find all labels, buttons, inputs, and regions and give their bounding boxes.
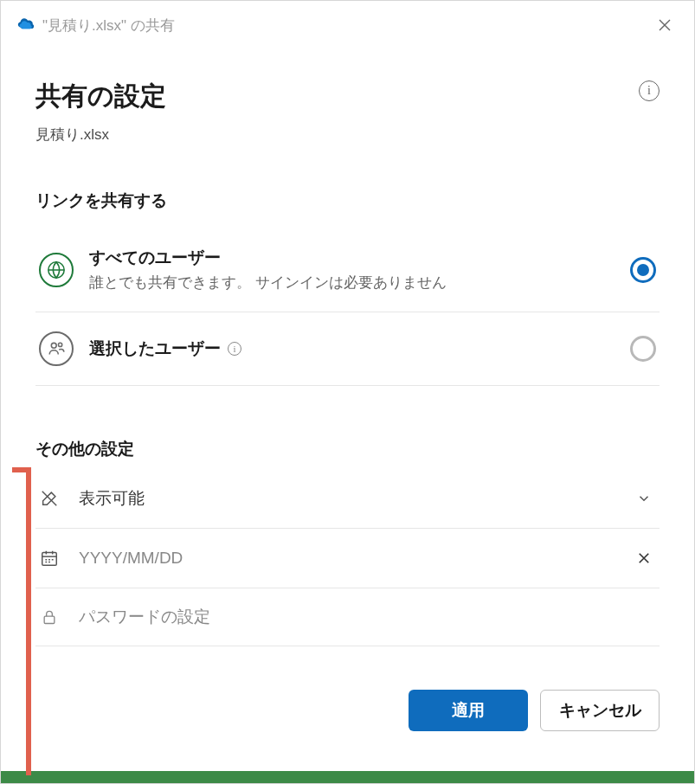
titlebar-text: "見積り.xlsx" の共有 [42,16,175,35]
option-selected-users-text: 選択したユーザー i [89,337,615,360]
option-everyone-desc: 誰とでも共有できます。 サインインは必要ありません [89,273,615,292]
calendar-icon [39,549,60,568]
option-selected-users[interactable]: 選択したユーザー i [35,312,660,386]
svg-point-1 [51,343,56,348]
bottom-green-bar [1,771,694,783]
svg-rect-4 [44,616,55,623]
svg-point-2 [58,343,61,346]
section-more-settings: その他の設定 [35,438,660,460]
permission-chevron[interactable] [632,486,656,511]
cancel-button[interactable]: キャンセル [540,690,660,731]
page-title: 共有の設定 [35,79,166,114]
permission-selector[interactable]: 表示可能 [35,469,660,529]
pencil-slash-icon [39,489,60,508]
people-icon [39,331,74,366]
option-everyone-title: すべてのユーザー [89,247,615,269]
option-selected-users-title: 選択したユーザー [89,337,221,360]
chevron-down-icon [636,491,652,506]
expiration-date-field[interactable]: YYYY/MM/DD [35,529,660,588]
option-everyone-text: すべてのユーザー 誰とでも共有できます。 サインインは必要ありません [89,247,615,292]
password-field[interactable]: パスワードの設定 [35,588,660,646]
password-placeholder: パスワードの設定 [79,606,656,628]
titlebar: "見積り.xlsx" の共有 [1,1,694,46]
share-settings-dialog: "見積り.xlsx" の共有 共有の設定 i 見積り.xlsx リンクを共有する… [0,0,695,784]
filename-label: 見積り.xlsx [35,125,660,145]
close-button[interactable] [651,11,679,39]
close-icon [658,18,672,32]
dialog-footer: 適用 キャンセル [35,690,660,731]
lock-icon [39,607,60,627]
onedrive-icon [16,16,35,35]
dialog-content: 共有の設定 i 見積り.xlsx リンクを共有する すべてのユーザー 誰とでも共… [1,46,694,752]
option-everyone[interactable]: すべてのユーザー 誰とでも共有できます。 サインインは必要ありません [35,228,660,312]
info-button[interactable]: i [639,80,660,101]
apply-button[interactable]: 適用 [409,690,528,731]
section-link-share: リンクを共有する [35,190,660,212]
info-inline-icon[interactable]: i [228,342,241,356]
globe-icon [39,253,74,287]
close-icon [636,550,652,566]
clear-date-button[interactable] [632,546,656,570]
annotation-marker-line [26,467,31,775]
expiration-date-placeholder: YYYY/MM/DD [79,549,613,568]
radio-everyone[interactable] [630,257,656,283]
svg-rect-3 [42,553,57,566]
permission-value: 表示可能 [79,487,613,510]
radio-selected-users[interactable] [630,336,656,362]
